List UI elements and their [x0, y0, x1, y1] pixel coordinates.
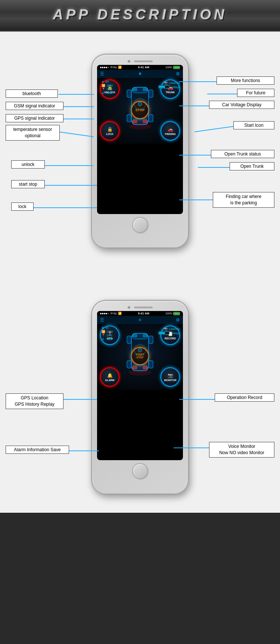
line-voltage: [179, 106, 209, 106]
app-logo2: ⚙: [139, 318, 141, 322]
svg-rect-4: [133, 88, 137, 91]
svg-rect-8: [127, 90, 131, 97]
battery-text: 100%: [165, 66, 172, 69]
time-text2: 9:41 AM: [138, 312, 149, 315]
label-forfuture: For future: [237, 89, 274, 97]
monitor-icon: 📷: [168, 373, 173, 378]
temp-icon2: 🌡: [102, 337, 105, 341]
svg-rect-5: [143, 88, 147, 91]
temp-icon: 🌡: [102, 91, 105, 95]
label-unlock: unlock: [11, 160, 45, 169]
lock-label: LOCK: [106, 133, 113, 135]
svg-rect-25: [127, 361, 131, 368]
gsm-indicator: 📶 GSM: [102, 84, 113, 87]
left-indicators: ✦ BT 📶 GSM 📍 GPS: [99, 79, 116, 95]
bt-label2: BT: [106, 327, 109, 329]
camera-icon: 📷: [164, 81, 168, 85]
finding-icon: 🚗: [168, 127, 173, 132]
status-right2: 100%: [165, 312, 180, 315]
svg-rect-26: [149, 361, 153, 368]
battery-fill2: [174, 313, 179, 314]
svg-rect-23: [127, 336, 131, 343]
menu-icon2[interactable]: ☰: [100, 317, 104, 323]
signal-dots2: [100, 313, 109, 314]
label-voicemon: Voice MonitorNow NO video Monitor: [209, 442, 274, 458]
voltage-bar: [158, 85, 169, 88]
phone1-speaker: [134, 60, 153, 62]
battery-fill: [174, 67, 179, 68]
bt-icon: ✦: [102, 80, 104, 84]
carrier-text: RY&L: [111, 66, 117, 69]
svg-point-14: [129, 123, 151, 129]
line-bluetooth: [59, 94, 94, 95]
lock-button[interactable]: 🔒 LOCK: [100, 121, 119, 141]
camera-indicator: 📷 CAMERA: [164, 81, 180, 85]
settings-icon2[interactable]: ⚙: [176, 317, 180, 323]
carrier-text2: RY&L: [111, 312, 117, 315]
battery-icon2: [173, 312, 180, 315]
phone2-bottom: [132, 463, 148, 479]
svg-rect-7: [143, 120, 147, 123]
record-label: RECORD: [165, 337, 176, 340]
phone1-topbar: [95, 60, 185, 63]
main-content: bluetooth GSM signal indicator GPS signa…: [0, 32, 280, 513]
gsm-label: GSM: [107, 84, 113, 87]
phone2-speaker: [134, 307, 153, 308]
line-startstop: [45, 185, 97, 186]
label-voltage-display: Car Voltage Display: [209, 101, 274, 109]
temp-label2: TEMP: [106, 338, 113, 340]
app-logo: ⚙: [139, 72, 141, 76]
header: APP DESCRIPTION: [0, 0, 280, 32]
time-text: 9:41 AM: [138, 66, 149, 69]
finding-button[interactable]: 🚗 FINDING: [161, 121, 180, 141]
svg-rect-6: [133, 120, 137, 123]
voltage-indicator2: voltage: [158, 332, 180, 334]
label-alarm: Alarm Information Save: [6, 446, 69, 454]
temp-indicator2: 🌡 TEMP: [102, 337, 113, 341]
settings-icon[interactable]: ⚙: [176, 71, 180, 76]
alarm-button[interactable]: 🔔 ALARM: [100, 367, 119, 387]
label-gpsloc: GPS LocationGPS History Replay: [6, 393, 63, 409]
svg-rect-19: [133, 334, 137, 337]
label-gps: GPS signal indicator: [6, 114, 63, 122]
svg-point-28: [138, 348, 142, 352]
svg-rect-20: [143, 334, 147, 337]
monitor-button[interactable]: 📷 MONITOR: [161, 367, 180, 387]
section1: bluetooth GSM signal indicator GPS signa…: [0, 47, 280, 255]
gsm-icon: 📶: [102, 84, 105, 87]
gsm-label2: GSM: [107, 330, 113, 333]
left-indicators2: ✦ BT 📶 GSM 📍 GPS: [99, 326, 116, 342]
car-display2: [123, 328, 157, 378]
camera-indicator2: 📷 CAMERA: [164, 327, 180, 331]
battery-icon: [173, 66, 180, 69]
status-right: 100%: [165, 66, 180, 69]
phone1-bottom: [132, 217, 148, 233]
label-startstop: start stop: [11, 180, 45, 188]
camera-icon2: 📷: [164, 327, 168, 331]
line-unlock: [45, 165, 93, 166]
line-gpsloc: [63, 399, 97, 400]
car-svg2: [123, 328, 157, 376]
svg-rect-11: [149, 114, 153, 122]
home-button2[interactable]: [132, 463, 148, 479]
phone1-appscreen: ☰ ⚙ ⚙ ✦ BT 📶: [97, 70, 183, 144]
voltage-bar2: [158, 332, 169, 334]
finding-label: FINDING: [165, 133, 176, 135]
voltage-fill2: [159, 332, 165, 334]
line-gps: [63, 119, 94, 119]
right-indicators2: 📷 CAMERA voltage: [158, 327, 180, 334]
phone1: RY&L 📶 9:41 AM 100% ☰: [91, 54, 189, 248]
camera-label: CAMERA: [169, 82, 180, 84]
gps-indicator2: 📍 GPS: [102, 334, 113, 337]
bt-icon2: ✦: [102, 326, 104, 330]
menu-icon[interactable]: ☰: [100, 71, 104, 76]
signal-dots: [100, 67, 109, 68]
car-display: [123, 82, 157, 132]
label-oprecord: Operation Record: [215, 393, 274, 402]
bt-label: BT: [106, 81, 109, 83]
home-button1[interactable]: [132, 217, 148, 233]
line-gsm: [63, 106, 94, 107]
monitor-label: MONITOR: [164, 379, 177, 381]
lock-icon: 🔒: [107, 127, 113, 132]
label-gsm: GSM signal indicator: [6, 102, 63, 110]
